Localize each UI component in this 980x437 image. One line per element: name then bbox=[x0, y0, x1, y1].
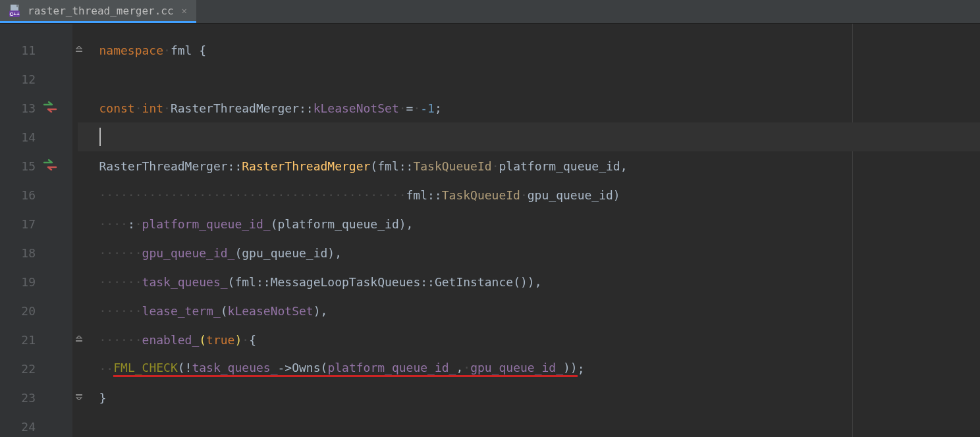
code-token: ······ bbox=[99, 304, 142, 318]
code-token: :: bbox=[228, 159, 242, 173]
code-line[interactable] bbox=[78, 122, 980, 151]
code-token: fml bbox=[377, 159, 399, 173]
code-token: TaskQueueId bbox=[442, 188, 520, 202]
code-token: GetInstance bbox=[435, 275, 513, 289]
code-line[interactable]: namespace·fml { bbox=[78, 36, 980, 64]
code-token: const bbox=[99, 101, 135, 115]
line-number: 20 bbox=[12, 304, 36, 318]
code-token: ·· bbox=[99, 362, 114, 376]
fold-open-icon[interactable] bbox=[75, 336, 83, 344]
fold-open-icon[interactable] bbox=[75, 46, 83, 55]
svg-rect-5 bbox=[76, 340, 82, 342]
code-token: MessageLoopTaskQueues bbox=[271, 275, 421, 289]
code-token: platform_queue_id bbox=[277, 217, 398, 231]
code-token: , bbox=[620, 159, 628, 173]
svg-rect-4 bbox=[76, 51, 82, 52]
code-token: platform_queue_id bbox=[499, 159, 620, 173]
code-token: ) bbox=[327, 246, 335, 260]
gutter-row[interactable]: 24 bbox=[0, 412, 72, 437]
code-token: · bbox=[135, 217, 142, 231]
file-tab[interactable]: C++ raster_thread_merger.cc ✕ bbox=[0, 0, 196, 23]
gutter-row[interactable]: 15 bbox=[0, 151, 72, 180]
code-token: int bbox=[142, 101, 164, 115]
code-token: :: bbox=[256, 275, 271, 289]
code-token: RasterThreadMerger bbox=[171, 101, 299, 115]
gutter-row[interactable]: 23 bbox=[0, 383, 72, 412]
code-token: ) bbox=[520, 275, 528, 289]
code-token: · bbox=[399, 101, 406, 115]
code-token: ······ bbox=[99, 246, 142, 260]
code-token: TaskQueueId bbox=[413, 159, 491, 173]
gutter-row[interactable]: 12 bbox=[0, 64, 72, 93]
code-token: task_queues_ bbox=[192, 361, 277, 377]
code-token: RasterThreadMerger bbox=[242, 159, 370, 173]
line-number: 24 bbox=[12, 420, 36, 434]
code-token: :: bbox=[299, 101, 313, 115]
gutter-row[interactable]: 13 bbox=[0, 93, 72, 122]
line-number: 12 bbox=[12, 72, 36, 86]
code-token: :: bbox=[427, 188, 442, 202]
code-line[interactable]: const·int·RasterThreadMerger::kLeaseNotS… bbox=[78, 93, 980, 122]
code-token: ( bbox=[178, 361, 185, 377]
code-line[interactable] bbox=[78, 412, 980, 437]
close-icon[interactable]: ✕ bbox=[182, 5, 187, 16]
code-token: ) bbox=[613, 188, 620, 202]
code-line[interactable] bbox=[78, 64, 980, 93]
code-token: fml bbox=[406, 188, 428, 202]
code-token: ( bbox=[221, 304, 228, 318]
code-area[interactable]: namespace·fml { const·int·RasterThreadMe… bbox=[72, 24, 980, 437]
line-number: 21 bbox=[12, 333, 36, 347]
gutter-row[interactable]: 17 bbox=[0, 209, 72, 238]
code-line[interactable]: ······enabled_(true)·{ bbox=[78, 325, 980, 354]
gutter-row[interactable]: 20 bbox=[0, 296, 72, 325]
code-token: · bbox=[163, 43, 171, 57]
vcs-changed-icon bbox=[43, 101, 57, 115]
gutter-row[interactable]: 22 bbox=[0, 354, 72, 383]
code-token: ) bbox=[313, 304, 321, 318]
code-token: gpu_queue_id_ bbox=[470, 361, 563, 377]
code-token: :: bbox=[399, 159, 414, 173]
line-number: 14 bbox=[12, 130, 36, 144]
gutter-row[interactable]: 14 bbox=[0, 122, 72, 151]
gutter[interactable]: 1112131415161718192021222324 bbox=[0, 24, 72, 437]
code-line[interactable]: ······lease_term_(kLeaseNotSet), bbox=[78, 296, 980, 325]
code-line[interactable]: ······task_queues_(fml::MessageLoopTaskQ… bbox=[78, 267, 980, 296]
code-token: ( bbox=[513, 275, 520, 289]
gutter-row[interactable]: 19 bbox=[0, 267, 72, 296]
gutter-row[interactable]: 21 bbox=[0, 325, 72, 354]
editor[interactable]: 1112131415161718192021222324 namespace·f… bbox=[0, 24, 980, 437]
code-token: : bbox=[128, 217, 135, 231]
fold-close-icon[interactable] bbox=[75, 394, 83, 402]
code-line[interactable]: } bbox=[78, 383, 980, 412]
code-token: RasterThreadMerger bbox=[99, 159, 228, 173]
code-line[interactable]: ····:·platform_queue_id_(platform_queue_… bbox=[78, 209, 980, 238]
svg-rect-6 bbox=[76, 394, 82, 396]
code-token: :: bbox=[420, 275, 435, 289]
code-token: , bbox=[335, 246, 342, 260]
gutter-row[interactable]: 16 bbox=[0, 180, 72, 209]
code-token: fml bbox=[171, 43, 192, 57]
code-token: task_queues_ bbox=[142, 275, 228, 289]
vcs-changed-icon bbox=[43, 159, 57, 173]
code-token: Owns bbox=[292, 361, 320, 377]
code-token: ( bbox=[199, 333, 206, 347]
gutter-marker-area bbox=[36, 101, 65, 115]
code-line[interactable]: ··FML_CHECK(!task_queues_->Owns(platform… bbox=[78, 354, 980, 383]
code-token: , bbox=[321, 304, 328, 318]
line-number: 15 bbox=[12, 159, 36, 173]
code-line[interactable]: RasterThreadMerger::RasterThreadMerger(f… bbox=[78, 151, 980, 180]
line-number: 19 bbox=[12, 275, 36, 289]
code-token: { bbox=[199, 43, 206, 57]
code-token: ) bbox=[234, 333, 242, 347]
code-token: -> bbox=[277, 361, 292, 377]
line-number: 23 bbox=[12, 391, 36, 405]
code-token: ) bbox=[399, 217, 406, 231]
code-token: ( bbox=[271, 217, 278, 231]
gutter-row[interactable]: 11 bbox=[0, 36, 72, 64]
code-line[interactable]: ······gpu_queue_id_(gpu_queue_id), bbox=[78, 238, 980, 267]
svg-text:C++: C++ bbox=[9, 11, 19, 17]
gutter-row[interactable]: 18 bbox=[0, 238, 72, 267]
code-token: · bbox=[163, 101, 171, 115]
code-token: ) bbox=[528, 275, 535, 289]
code-line[interactable]: ········································… bbox=[78, 180, 980, 209]
